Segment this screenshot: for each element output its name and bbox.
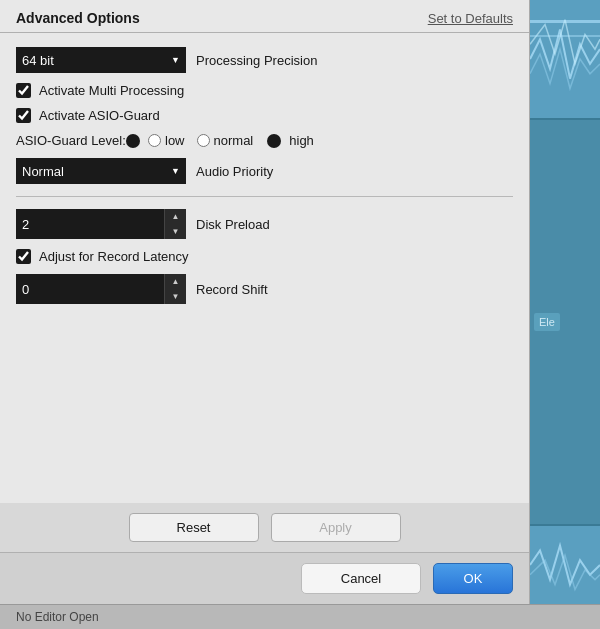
record-shift-spinner: ▲ ▼: [16, 274, 186, 304]
set-defaults-button[interactable]: Set to Defaults: [428, 11, 513, 26]
dialog-content: 32 bit 64 bit Processing Precision Activ…: [0, 33, 529, 503]
dialog-panel: Advanced Options Set to Defaults 32 bit …: [0, 0, 530, 604]
audio-priority-select-wrapper: Low Normal High Boost: [16, 158, 186, 184]
reset-button[interactable]: Reset: [129, 513, 259, 542]
asio-guard-level-group: low normal high: [126, 133, 314, 148]
asio-low-radio-filled: [126, 134, 140, 148]
asio-low-radio[interactable]: [148, 134, 161, 147]
disk-preload-row: ▲ ▼ Disk Preload: [16, 209, 513, 239]
disk-preload-spinner-buttons: ▲ ▼: [164, 209, 186, 239]
asio-high-label[interactable]: high: [289, 133, 314, 148]
record-shift-row: ▲ ▼ Record Shift: [16, 274, 513, 304]
asio-normal-radio[interactable]: [197, 134, 210, 147]
dialog-header: Advanced Options Set to Defaults: [0, 0, 529, 33]
audio-priority-select[interactable]: Low Normal High Boost: [16, 158, 186, 184]
disk-preload-input[interactable]: [16, 209, 186, 239]
disk-preload-down-button[interactable]: ▼: [165, 224, 186, 239]
processing-precision-label: Processing Precision: [196, 53, 317, 68]
asio-low-label[interactable]: low: [148, 133, 185, 148]
divider-1: [16, 196, 513, 197]
record-latency-label[interactable]: Adjust for Record Latency: [39, 249, 189, 264]
asio-guard-checkbox[interactable]: [16, 108, 31, 123]
waveform-middle: Ele: [530, 120, 600, 524]
asio-guard-row: Activate ASIO-Guard: [16, 108, 513, 123]
record-shift-up-button[interactable]: ▲: [165, 274, 186, 289]
status-bar-text: No Editor Open: [16, 610, 99, 624]
waveform-panel: Ele: [530, 0, 600, 604]
record-shift-input[interactable]: [16, 274, 186, 304]
cancel-button[interactable]: Cancel: [301, 563, 421, 594]
audio-priority-row: Low Normal High Boost Audio Priority: [16, 158, 513, 184]
asio-guard-level-row: ASIO-Guard Level: low normal: [16, 133, 513, 148]
audio-priority-label: Audio Priority: [196, 164, 273, 179]
main-layout: Advanced Options Set to Defaults 32 bit …: [0, 0, 600, 604]
asio-high-radio-filled: [267, 134, 281, 148]
status-bar: No Editor Open: [0, 604, 600, 629]
reset-apply-row: Reset Apply: [0, 503, 529, 552]
asio-normal-label[interactable]: normal: [197, 133, 254, 148]
multi-processing-row: Activate Multi Processing: [16, 83, 513, 98]
disk-preload-spinner: ▲ ▼: [16, 209, 186, 239]
cancel-ok-row: Cancel OK: [0, 552, 529, 604]
processing-precision-row: 32 bit 64 bit Processing Precision: [16, 47, 513, 73]
ele-label: Ele: [534, 313, 560, 331]
record-shift-spinner-buttons: ▲ ▼: [164, 274, 186, 304]
ok-button[interactable]: OK: [433, 563, 513, 594]
record-latency-checkbox[interactable]: [16, 249, 31, 264]
apply-button[interactable]: Apply: [271, 513, 401, 542]
multi-processing-label[interactable]: Activate Multi Processing: [39, 83, 184, 98]
asio-guard-level-label: ASIO-Guard Level:: [16, 133, 126, 148]
disk-preload-up-button[interactable]: ▲: [165, 209, 186, 224]
record-shift-down-button[interactable]: ▼: [165, 289, 186, 304]
multi-processing-checkbox[interactable]: [16, 83, 31, 98]
record-shift-label: Record Shift: [196, 282, 268, 297]
disk-preload-label: Disk Preload: [196, 217, 270, 232]
record-latency-row: Adjust for Record Latency: [16, 249, 513, 264]
waveform-bottom: [530, 524, 600, 604]
asio-guard-label[interactable]: Activate ASIO-Guard: [39, 108, 160, 123]
processing-precision-select[interactable]: 32 bit 64 bit: [16, 47, 186, 73]
dialog-title: Advanced Options: [16, 10, 428, 26]
waveform-top: [530, 0, 600, 120]
processing-precision-select-wrapper: 32 bit 64 bit: [16, 47, 186, 73]
